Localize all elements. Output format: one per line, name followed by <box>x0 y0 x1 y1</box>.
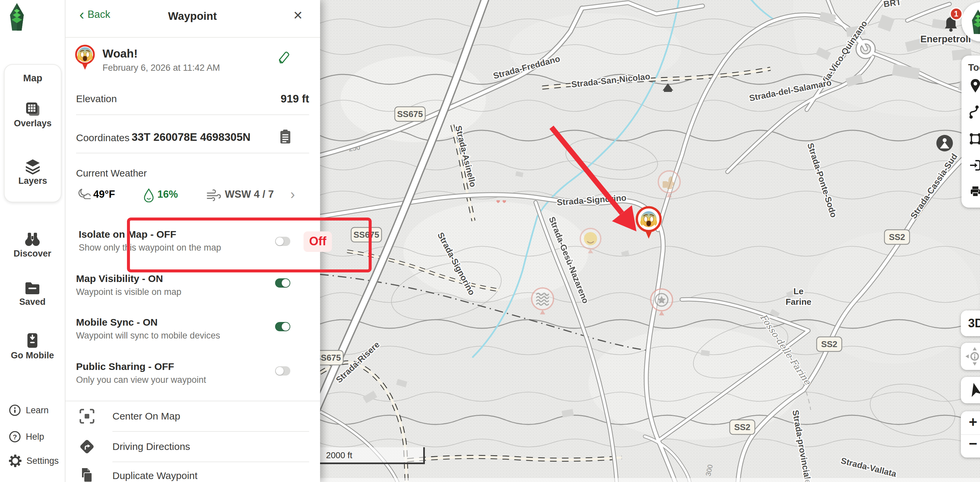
weather-humidity: 16% <box>158 188 178 200</box>
draw-area-tool-button[interactable] <box>967 131 980 147</box>
add-waypoint-tool-button[interactable] <box>967 78 980 94</box>
copy-icon <box>280 130 290 143</box>
sidebar-item-learn[interactable]: Learn <box>9 404 49 417</box>
coordinates-value: 33T 260078E 4698305N <box>132 131 251 143</box>
mobile-sync-title: Mobile Sync - ON <box>76 317 158 328</box>
copy-coordinates-button[interactable] <box>278 129 293 145</box>
waypoint-pin-icon <box>74 44 96 71</box>
humidity-drop-icon <box>142 188 155 202</box>
info-icon <box>9 404 21 417</box>
svg-text:SS2: SS2 <box>889 232 905 242</box>
toggle-3d-button[interactable]: 3D <box>961 310 980 336</box>
map-scale-bar: 2000 ft <box>310 447 425 464</box>
map-visibility-subtitle: Waypoint is visible on map <box>76 287 181 297</box>
saved-folder-icon <box>24 281 41 296</box>
gaia-gps-app: { "glyphs": { "back": "‹", "close": "✕",… <box>0 0 980 482</box>
picnic-poi-icon[interactable] <box>936 135 953 151</box>
duplicate-waypoint-button[interactable]: Duplicate Waypoint <box>65 462 320 482</box>
svg-text:SS2: SS2 <box>821 339 837 349</box>
center-on-map-label: Center On Map <box>112 410 180 422</box>
place-label-le-farine-2: Farine <box>786 297 811 307</box>
weather-row[interactable]: 49°F 16% WSW 4 / 7 › <box>76 186 309 203</box>
navigate-arrow-icon <box>966 381 980 399</box>
tools-title: Tools <box>968 62 980 73</box>
center-on-map-button[interactable]: Center On Map <box>65 401 320 430</box>
public-sharing-subtitle: Only you can view your waypoint <box>76 375 206 385</box>
saved-label: Saved <box>0 297 65 307</box>
wind-icon <box>206 188 221 202</box>
edit-waypoint-button[interactable] <box>277 50 292 65</box>
driving-directions-button[interactable]: Driving Directions <box>65 432 320 461</box>
notification-count: 1 <box>954 10 959 18</box>
sidebar-item-settings[interactable]: Settings <box>9 454 59 468</box>
notification-bell[interactable]: 1 <box>936 6 969 40</box>
sidebar-item-help[interactable]: ? Help <box>9 430 44 443</box>
map-visibility-toggle[interactable] <box>275 278 290 288</box>
pencil-icon <box>279 52 289 63</box>
waypoint-name: Woah! <box>102 47 138 60</box>
gear-icon <box>9 454 22 468</box>
waypoint-date: February 6, 2026 at 11:42 AM <box>102 63 220 73</box>
sidebar-item-saved[interactable]: Saved <box>0 281 65 307</box>
sidebar-item-go-mobile[interactable]: Go Mobile <box>0 332 65 361</box>
svg-text:SS675: SS675 <box>397 109 423 119</box>
sidebar-item-discover[interactable]: Discover <box>0 231 65 259</box>
close-button[interactable]: ✕ <box>293 9 303 22</box>
weather-wind: WSW 4 / 7 <box>225 188 274 200</box>
weather-title: Current Weather <box>76 168 147 179</box>
settings-label: Settings <box>27 456 59 466</box>
help-icon: ? <box>9 430 21 443</box>
go-mobile-phone-icon <box>25 332 40 349</box>
pan-info-icon <box>965 347 980 366</box>
directions-icon <box>79 438 95 455</box>
overlays-grid-icon <box>25 101 41 117</box>
map-card-title: Map <box>5 73 61 84</box>
public-sharing-toggle[interactable] <box>275 366 290 375</box>
center-on-map-icon <box>80 409 95 424</box>
attribution-strip <box>320 478 980 482</box>
import-data-tool-button[interactable] <box>967 157 980 173</box>
discover-label: Discover <box>0 248 65 259</box>
layers-icon <box>24 159 41 175</box>
svg-text:?: ? <box>13 433 17 441</box>
overlays-label: Overlays <box>5 118 61 129</box>
weather-temp: 49°F <box>93 188 115 200</box>
panel-title: Waypoint <box>65 10 320 22</box>
weather-chevron-icon: › <box>290 186 295 202</box>
sidebar-item-overlays[interactable]: Overlays <box>5 101 61 129</box>
print-map-tool-button[interactable] <box>967 184 980 200</box>
zoom-in-button[interactable]: + <box>961 411 980 434</box>
zoom-out-button[interactable]: − <box>961 435 980 458</box>
waypoint-detail-panel: ‹ Back Waypoint ✕ Woah! February 6, 2026… <box>65 0 320 482</box>
public-sharing-title: Public Sharing - OFF <box>76 361 174 372</box>
create-route-tool-button[interactable] <box>967 105 980 120</box>
go-mobile-label: Go Mobile <box>0 350 65 361</box>
scale-text: 2000 ft <box>326 450 352 461</box>
place-label-le-farine-1: Le <box>794 286 803 296</box>
learn-label: Learn <box>26 405 49 415</box>
binoculars-icon <box>24 231 41 247</box>
svg-text:SS2: SS2 <box>734 422 750 432</box>
sidebar-item-layers[interactable]: Layers <box>5 159 61 186</box>
duplicate-waypoint-label: Duplicate Waypoint <box>112 470 197 481</box>
duplicate-icon <box>80 468 95 482</box>
mobile-sync-toggle[interactable] <box>275 322 290 331</box>
map-section-card: Map Overlays Layers <box>4 64 62 202</box>
gaia-logo[interactable] <box>5 3 29 31</box>
help-label: Help <box>26 432 44 442</box>
tools-panel: Tools <box>961 56 980 208</box>
coordinates-label: Coordinates <box>76 132 130 143</box>
elevation-value: 919 ft <box>76 92 309 105</box>
zoom-control: + − <box>961 411 980 458</box>
map-info-pan-button[interactable] <box>961 343 980 370</box>
gaia-logo-icon <box>967 9 980 34</box>
mobile-sync-subtitle: Waypoint will sync to mobile devices <box>76 331 220 341</box>
sidebar-nav: Map Overlays Layers <box>0 0 65 482</box>
moon-cloud-icon <box>76 187 91 202</box>
isolate-highlight-box <box>127 218 372 272</box>
locate-me-button[interactable] <box>961 377 980 403</box>
driving-directions-label: Driving Directions <box>112 441 190 452</box>
layers-label: Layers <box>5 176 61 186</box>
map-visibility-title: Map Visibility - ON <box>76 273 163 284</box>
